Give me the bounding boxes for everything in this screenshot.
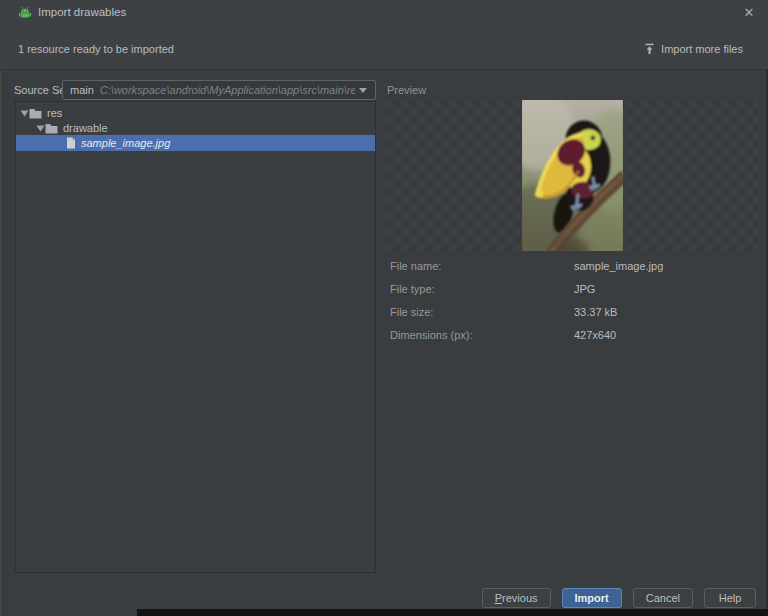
preview-image	[522, 100, 623, 251]
tree-item-sample-image[interactable]: sample_image.jpg	[16, 135, 375, 151]
help-button[interactable]: Help	[704, 588, 756, 608]
cancel-button[interactable]: Cancel	[633, 588, 693, 608]
source-set-path: C:\workspace\android\MyApplication\app\s…	[100, 84, 355, 96]
dialog-footer: Previous Import Cancel Help	[482, 588, 756, 608]
help-button-label: Help	[719, 592, 742, 604]
detail-label: File type:	[390, 283, 574, 295]
close-icon[interactable]: ✕	[740, 4, 758, 21]
source-set-value: main	[70, 84, 94, 96]
chevron-expanded-icon	[36, 125, 45, 132]
tree-item-label: res	[47, 107, 62, 119]
import-drawables-dialog: Import drawables ✕ 1 resource ready to b…	[0, 0, 768, 616]
android-icon	[18, 6, 32, 19]
resource-status-text: 1 resource ready to be imported	[18, 43, 174, 55]
chevron-expanded-icon	[20, 110, 29, 117]
resource-tree: res drawable sample_image.jpg	[15, 101, 376, 573]
import-up-arrow-icon	[644, 43, 655, 55]
source-set-combobox[interactable]: main C:\workspace\android\MyApplication\…	[62, 80, 376, 100]
previous-button-label: Previous	[495, 592, 538, 604]
detail-row-file-size: File size: 33.37 kB	[390, 306, 760, 318]
cancel-button-label: Cancel	[646, 592, 680, 604]
detail-value: 427x640	[574, 329, 616, 341]
detail-value: 33.37 kB	[574, 306, 617, 318]
file-details: File name: sample_image.jpg File type: J…	[390, 260, 760, 352]
previous-button[interactable]: Previous	[482, 588, 551, 608]
tree-item-res[interactable]: res	[16, 105, 375, 121]
folder-icon	[29, 108, 42, 119]
detail-value: JPG	[574, 283, 595, 295]
tree-item-label: drawable	[63, 122, 108, 134]
detail-row-file-type: File type: JPG	[390, 283, 760, 295]
detail-row-file-name: File name: sample_image.jpg	[390, 260, 760, 272]
folder-icon	[45, 123, 58, 134]
chevron-down-icon	[359, 88, 367, 93]
tree-item-label: sample_image.jpg	[81, 137, 170, 149]
detail-label: File size:	[390, 306, 574, 318]
import-more-files-label: Import more files	[661, 43, 743, 55]
import-more-files-button[interactable]: Import more files	[644, 41, 743, 57]
dialog-header: Import drawables ✕ 1 resource ready to b…	[0, 0, 768, 70]
preview-label: Preview	[387, 84, 426, 96]
image-file-icon	[66, 137, 76, 149]
dialog-title: Import drawables	[38, 0, 126, 24]
detail-value: sample_image.jpg	[574, 260, 663, 272]
background-window-edge	[137, 609, 768, 616]
detail-label: File name:	[390, 260, 574, 272]
import-button-label: Import	[575, 592, 609, 604]
preview-panel	[385, 100, 759, 251]
title-bar: Import drawables ✕	[0, 0, 768, 24]
detail-label: Dimensions (px):	[390, 329, 574, 341]
tree-item-drawable[interactable]: drawable	[16, 120, 375, 136]
import-button[interactable]: Import	[562, 588, 622, 608]
detail-row-dimensions: Dimensions (px): 427x640	[390, 329, 760, 341]
